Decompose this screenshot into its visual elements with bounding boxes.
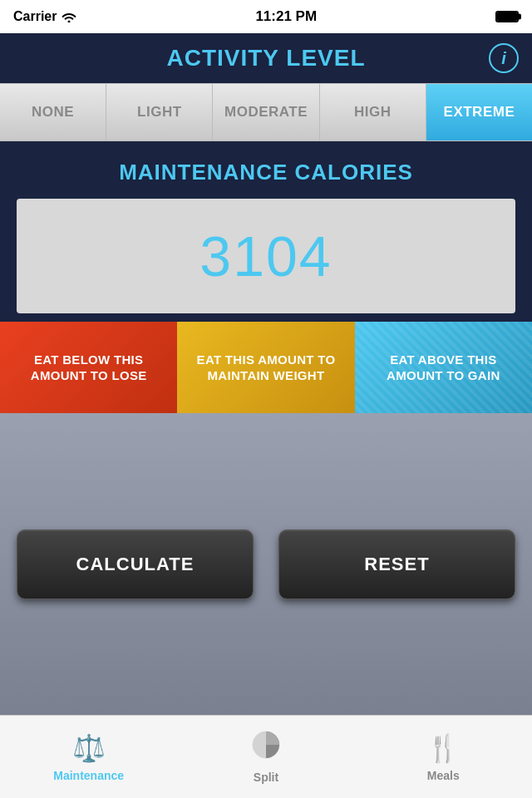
split-label: Split [254,771,278,784]
split-icon [251,730,281,766]
calories-display: 3104 [17,199,515,313]
nav-item-meals[interactable]: 🍴 Meals [355,716,532,798]
tab-light[interactable]: LIGHT [106,84,213,140]
info-card-gain: EAT ABOVE THIS AMOUNT TO GAIN [355,322,532,413]
tab-none[interactable]: NONE [0,84,106,140]
activity-tabs: NONE LIGHT MODERATE HIGH EXTREME [0,83,532,141]
maintenance-label: Maintenance [53,769,124,782]
meals-label: Meals [427,769,460,782]
action-area: CALCULATE RESET [0,413,532,715]
wifi-icon [62,11,76,22]
info-card-lose: EAT BELOW THIS AMOUNT TO LOSE [0,322,177,413]
info-button[interactable]: i [489,43,519,73]
nav-item-split[interactable]: Split [177,716,354,798]
maintain-text: EAT THIS AMOUNT TO MAINTAIN WEIGHT [185,352,346,384]
reset-button[interactable]: RESET [278,530,515,599]
nav-item-maintenance[interactable]: ⚖️ Maintenance [0,716,177,798]
info-cards: EAT BELOW THIS AMOUNT TO LOSE EAT THIS A… [0,322,532,413]
gain-text: EAT ABOVE THIS AMOUNT TO GAIN [363,352,524,384]
status-time: 11:21 PM [255,8,317,25]
battery-indicator [495,11,519,22]
header: ACTIVITY LEVEL i [0,33,532,83]
meals-icon: 🍴 [426,732,460,764]
tab-high[interactable]: HIGH [320,84,426,140]
calculate-button[interactable]: CALCULATE [17,530,254,599]
lose-text: EAT BELOW THIS AMOUNT TO LOSE [8,352,169,384]
maintenance-icon: ⚖️ [72,732,106,764]
maintenance-title: MAINTENANCE CALORIES [17,160,515,185]
tab-moderate[interactable]: MODERATE [213,84,319,140]
page-title: ACTIVITY LEVEL [0,45,532,71]
info-card-maintain: EAT THIS AMOUNT TO MAINTAIN WEIGHT [177,322,354,413]
bottom-nav: ⚖️ Maintenance Split 🍴 Meals [0,715,532,798]
calories-value: 3104 [33,224,499,288]
status-bar: Carrier 11:21 PM [0,0,532,33]
tab-extreme[interactable]: EXTREME [426,84,532,140]
maintenance-section: MAINTENANCE CALORIES 3104 [0,141,532,322]
main-content: ACTIVITY LEVEL i NONE LIGHT MODERATE HIG… [0,33,532,715]
svg-point-0 [68,21,71,23]
carrier-text: Carrier [13,9,76,24]
